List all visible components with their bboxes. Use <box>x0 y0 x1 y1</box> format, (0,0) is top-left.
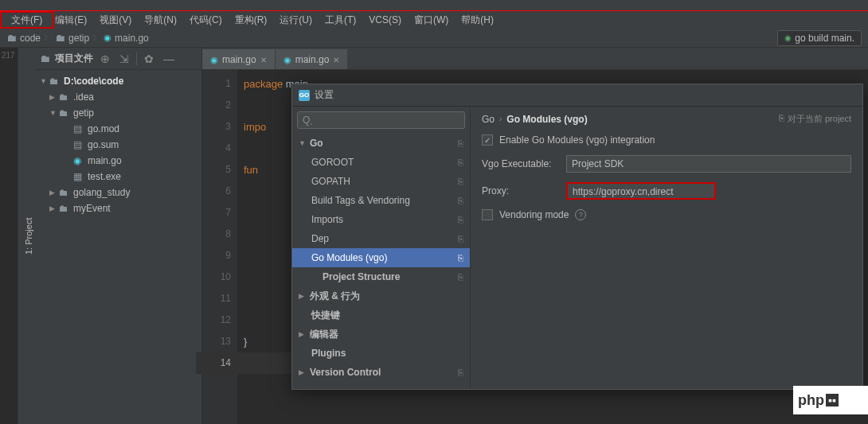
settings-sidebar: Q˯ ▼Go ⎘ GOROOT ⎘ GOPATH ⎘ <box>292 107 471 389</box>
run-config-button[interactable]: ◉ go build main. <box>777 30 862 46</box>
caret-right-icon: ▶ <box>299 368 307 376</box>
copy-icon: ⎘ <box>458 253 463 263</box>
exe-icon: ▦ <box>73 171 84 182</box>
folder-icon: 🖿 <box>49 76 61 87</box>
settings-item-plugins[interactable]: Plugins <box>292 344 470 363</box>
settings-item-keymap[interactable]: 快捷键 <box>292 305 470 325</box>
settings-category-editor[interactable]: ▶编辑器 <box>292 325 470 344</box>
settings-search-input[interactable]: Q˯ <box>297 111 465 129</box>
menu-bar: 文件(F) 编辑(E) 视图(V) 导航(N) 代码(C) 重构(R) 运行(U… <box>0 11 868 29</box>
caret-right-icon: ▶ <box>299 330 307 338</box>
close-icon[interactable]: ✕ <box>260 56 267 64</box>
tree-folder[interactable]: ▶ 🖿 myEvent <box>35 200 201 216</box>
copy-icon: ⎘ <box>458 368 463 377</box>
settings-item-buildtags[interactable]: Build Tags & Vendoring ⎘ <box>292 191 470 210</box>
crumb-code[interactable]: code <box>20 33 41 44</box>
project-tree: ▼ 🖿 D:\code\code ▶ 🖿 .idea ▼ 🖿 getip ▤ g… <box>35 70 201 424</box>
chevron-icon: 〉 <box>92 33 100 44</box>
gear-icon[interactable]: ✿ <box>142 53 156 65</box>
left-gutter-number: 217 <box>0 48 18 424</box>
search-icon: Q˯ <box>303 115 313 126</box>
menu-file[interactable]: 文件(F) <box>6 12 47 29</box>
dialog-titlebar[interactable]: GO 设置 <box>292 84 862 107</box>
tree-folder[interactable]: ▼ 🖿 getip <box>35 105 201 121</box>
vgo-exec-label: Vgo Executable: <box>482 158 560 169</box>
menu-help[interactable]: 帮助(H) <box>456 12 499 29</box>
folder-icon: 🖿 <box>59 203 70 214</box>
tree-folder[interactable]: ▶ 🖿 golang_study <box>35 185 201 200</box>
editor-tab-active[interactable]: ◉ main.go ✕ <box>276 49 348 69</box>
file-icon: ▤ <box>73 123 84 134</box>
editor-area: ◉ main.go ✕ ◉ main.go ✕ 123456 789101112… <box>202 48 868 424</box>
copy-icon: ⎘ <box>779 113 784 125</box>
caret-right-icon: ▶ <box>49 93 56 101</box>
folder-icon: 🖿 <box>59 187 70 198</box>
settings-item-projstruct[interactable]: Project Structure ⎘ <box>292 267 470 286</box>
menu-tools[interactable]: 工具(T) <box>320 12 361 29</box>
tree-file[interactable]: ▤ go.mod <box>35 121 201 137</box>
proxy-label: Proxy: <box>482 185 560 196</box>
copy-icon: ⎘ <box>458 158 463 167</box>
menu-code[interactable]: 代码(C) <box>185 12 227 29</box>
menu-refactor[interactable]: 重构(R) <box>230 12 272 29</box>
folder-icon: 🖿 <box>40 53 50 64</box>
folder-icon: 🖿 <box>59 91 70 103</box>
enable-label: Enable Go Modules (vgo) integration <box>499 134 655 146</box>
menu-vcs[interactable]: VCS(S) <box>364 13 406 27</box>
title-bar <box>0 0 868 11</box>
settings-item-imports[interactable]: Imports ⎘ <box>292 210 470 229</box>
file-icon: ▤ <box>73 139 84 150</box>
enable-checkbox[interactable] <box>482 134 493 146</box>
folder-icon: 🖿 <box>6 32 17 44</box>
menu-run[interactable]: 运行(U) <box>275 12 317 29</box>
crumb-getip[interactable]: getip <box>68 33 89 44</box>
proxy-input[interactable]: https://goproxy.cn,direct <box>566 182 716 200</box>
caret-right-icon: ▶ <box>49 204 56 212</box>
vendoring-checkbox[interactable] <box>482 209 493 220</box>
vendoring-row: Vendoring mode ? <box>482 209 851 220</box>
close-icon[interactable]: ✕ <box>333 56 339 64</box>
copy-icon: ⎘ <box>458 272 463 282</box>
proxy-row: Proxy: https://goproxy.cn,direct <box>482 182 851 200</box>
copy-icon: ⎘ <box>458 215 463 224</box>
collapse-icon[interactable]: ⇲ <box>117 53 131 65</box>
tree-file[interactable]: ▦ test.exe <box>35 169 201 185</box>
target-icon[interactable]: ⊕ <box>98 53 112 65</box>
settings-item-goroot[interactable]: GOROOT ⎘ <box>292 153 470 172</box>
tree-file[interactable]: ◉ main.go <box>35 153 201 169</box>
nav-bar: 🖿 code 〉 🖿 getip 〉 ◉ main.go ◉ go build … <box>0 29 868 48</box>
tree-folder[interactable]: ▶ 🖿 .idea <box>35 89 201 105</box>
tree-file[interactable]: ▤ go.sum <box>35 137 201 153</box>
project-tool-tab[interactable]: 1: Project <box>18 48 35 424</box>
php-watermark: php▪▪ <box>793 386 868 414</box>
vgo-exec-input[interactable]: Project SDK <box>566 155 851 173</box>
project-header: 🖿 项目文件 ⊕ ⇲ ✿ — <box>35 48 201 70</box>
chevron-icon: 〉 <box>44 33 52 44</box>
menu-edit[interactable]: 编辑(E) <box>50 12 92 29</box>
settings-item-gomodules[interactable]: Go Modules (vgo) ⎘ <box>292 248 470 267</box>
go-file-icon: ◉ <box>104 33 111 43</box>
folder-icon: 🖿 <box>55 32 65 44</box>
menu-view[interactable]: 视图(V) <box>95 12 136 29</box>
settings-item-gopath[interactable]: GOPATH ⎘ <box>292 172 470 191</box>
tree-root[interactable]: ▼ 🖿 D:\code\code <box>35 73 201 89</box>
help-icon[interactable]: ? <box>575 209 586 220</box>
play-icon: ◉ <box>784 33 792 42</box>
editor-tab[interactable]: ◉ main.go ✕ <box>202 49 275 69</box>
settings-category-appearance[interactable]: ▶外观 & 行为 <box>292 286 470 305</box>
caret-down-icon: ▼ <box>299 139 307 147</box>
editor-tabs: ◉ main.go ✕ ◉ main.go ✕ <box>202 48 868 70</box>
settings-item-dep[interactable]: Dep ⎘ <box>292 229 470 248</box>
settings-category-versioncontrol[interactable]: ▶Version Control ⎘ <box>292 363 470 382</box>
settings-breadcrumb: Go › Go Modules (vgo) ⎘对于当前 project <box>482 113 851 125</box>
caret-down-icon: ▼ <box>49 109 56 117</box>
crumb-main[interactable]: main.go <box>115 33 149 44</box>
settings-category-go[interactable]: ▼Go ⎘ <box>292 134 470 153</box>
chevron-icon: › <box>499 115 502 123</box>
go-icon: GO <box>299 90 310 101</box>
hide-icon[interactable]: — <box>161 53 177 65</box>
caret-down-icon: ▼ <box>40 77 46 85</box>
menu-window[interactable]: 窗口(W) <box>409 12 453 29</box>
line-gutter: 123456 789101112 1314 <box>202 70 237 424</box>
menu-nav[interactable]: 导航(N) <box>139 12 182 29</box>
